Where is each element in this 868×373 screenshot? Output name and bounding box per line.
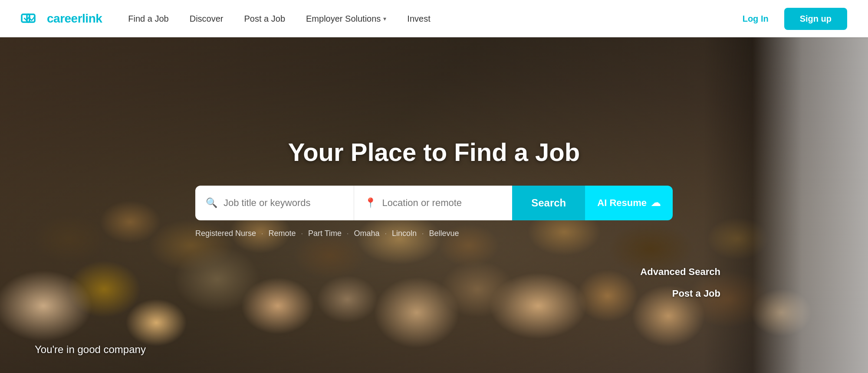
separator-2: ·: [301, 230, 303, 238]
location-search-input[interactable]: [382, 197, 502, 209]
tagline: You're in good company: [35, 344, 146, 356]
quick-link-remote[interactable]: Remote: [269, 229, 296, 238]
search-bar: 🔍 📍 Search AI Resume ☁: [195, 186, 673, 220]
ai-resume-button[interactable]: AI Resume ☁: [585, 186, 673, 220]
employer-solutions-dropdown-arrow: ▾: [383, 15, 386, 22]
nav-employer-solutions[interactable]: Employer Solutions ▾: [306, 14, 386, 24]
login-button[interactable]: Log In: [734, 10, 777, 28]
nav-links: Find a Job Discover Post a Job Employer …: [128, 14, 733, 24]
quick-link-lincoln[interactable]: Lincoln: [392, 229, 417, 238]
separator-5: ·: [422, 230, 424, 238]
quick-link-bellevue[interactable]: Bellevue: [429, 229, 459, 238]
ai-resume-label: AI Resume: [597, 197, 647, 209]
separator-1: ·: [261, 230, 263, 238]
logo-icon: [21, 11, 43, 26]
logo[interactable]: careerlink: [21, 11, 102, 26]
hero-section: Your Place to Find a Job 🔍 📍 Search AI R…: [0, 37, 868, 373]
nav-find-job[interactable]: Find a Job: [128, 14, 168, 24]
quick-link-omaha[interactable]: Omaha: [354, 229, 379, 238]
job-search-input[interactable]: [224, 197, 343, 209]
nav-post-job[interactable]: Post a Job: [244, 14, 286, 24]
hero-title: Your Place to Find a Job: [288, 137, 580, 167]
navbar: careerlink Find a Job Discover Post a Jo…: [0, 0, 868, 37]
logo-text: careerlink: [47, 12, 102, 26]
search-icon: 🔍: [206, 197, 217, 209]
location-search-wrap: 📍: [354, 186, 513, 220]
location-icon: 📍: [365, 197, 376, 209]
signup-button[interactable]: Sign up: [784, 8, 847, 30]
quick-link-registered-nurse[interactable]: Registered Nurse: [195, 229, 256, 238]
nav-actions: Log In Sign up: [734, 8, 847, 30]
job-search-wrap: 🔍: [195, 186, 354, 220]
advanced-search-link[interactable]: Advanced Search: [640, 266, 720, 278]
hero-content: Your Place to Find a Job 🔍 📍 Search AI R…: [0, 37, 868, 373]
nav-invest[interactable]: Invest: [407, 14, 430, 24]
post-job-hero-link[interactable]: Post a Job: [672, 288, 720, 299]
separator-4: ·: [385, 230, 387, 238]
upload-cloud-icon: ☁: [651, 197, 661, 209]
search-button[interactable]: Search: [512, 186, 585, 220]
nav-discover[interactable]: Discover: [190, 14, 224, 24]
separator-3: ·: [347, 230, 349, 238]
quick-links: Registered Nurse · Remote · Part Time · …: [195, 229, 673, 238]
quick-link-part-time[interactable]: Part Time: [308, 229, 342, 238]
